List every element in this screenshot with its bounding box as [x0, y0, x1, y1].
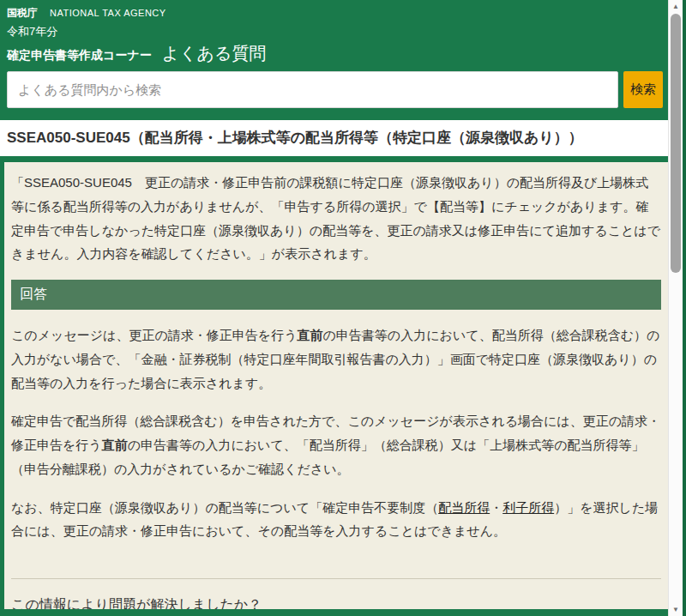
- window-right-edge: [683, 0, 686, 616]
- scrollbar-thumb[interactable]: [671, 14, 681, 273]
- answer-paragraph-3: なお、特定口座（源泉徴収あり）の配当等について「確定申告不要制度（配当所得・利子…: [11, 496, 661, 544]
- main-page: 国税庁 NATIONAL TAX AGENCY 令和7年分 確定申告書等作成コー…: [0, 0, 668, 616]
- answer-section-header: 回答: [11, 280, 661, 310]
- faq-question-title: SSEA050-SUE045（配当所得・上場株式等の配当所得等（特定口座（源泉徴…: [0, 120, 668, 156]
- page-title: よくある質問: [162, 42, 267, 65]
- answer-p1-emphasis: 直前: [298, 328, 323, 342]
- tax-year-label: 令和7年分: [7, 24, 659, 39]
- answer-p3-separator: ・: [490, 500, 502, 515]
- agency-line: 国税庁 NATIONAL TAX AGENCY: [7, 6, 659, 21]
- interest-income-link[interactable]: 利子所得: [502, 500, 554, 515]
- faq-content: 「SSEA050-SUE045 更正の請求・修正申告前の課税額に特定口座（源泉徴…: [4, 162, 668, 609]
- agency-name: 国税庁: [7, 6, 38, 21]
- scroll-down-icon[interactable]: ▼: [669, 603, 683, 616]
- dividend-income-link[interactable]: 配当所得: [438, 500, 490, 515]
- error-message-description: 「SSEA050-SUE045 更正の請求・修正申告前の課税額に特定口座（源泉徴…: [11, 171, 661, 266]
- feedback-question: この情報により問題が解決しましたか？: [11, 595, 661, 609]
- answer-p2-emphasis: 直前: [102, 438, 128, 452]
- agency-name-en: NATIONAL TAX AGENCY: [50, 8, 166, 18]
- answer-p1-text: このメッセージは、更正の請求・修正申告を行う: [11, 328, 298, 342]
- answer-paragraph-2: 確定申告で配当所得（総合課税含む）を申告された方で、このメッセージが表示される場…: [11, 409, 661, 480]
- search-button[interactable]: 検索: [623, 71, 663, 108]
- search-input[interactable]: [7, 71, 618, 108]
- vertical-scrollbar[interactable]: ▲ ▼: [668, 0, 683, 616]
- section-divider: [11, 578, 661, 579]
- faq-search-bar: 検索: [0, 67, 668, 117]
- site-header: 国税庁 NATIONAL TAX AGENCY 令和7年分 確定申告書等作成コー…: [0, 0, 668, 67]
- answer-p3-text: なお、特定口座（源泉徴収あり）の配当等について「確定申告不要制度（: [11, 500, 438, 515]
- scroll-up-icon[interactable]: ▲: [669, 0, 683, 13]
- answer-paragraph-1: このメッセージは、更正の請求・修正申告を行う直前の申告書等の入力において、配当所…: [11, 323, 661, 395]
- service-title-line: 確定申告書等作成コーナー よくある質問: [7, 42, 659, 65]
- service-name: 確定申告書等作成コーナー: [7, 48, 152, 63]
